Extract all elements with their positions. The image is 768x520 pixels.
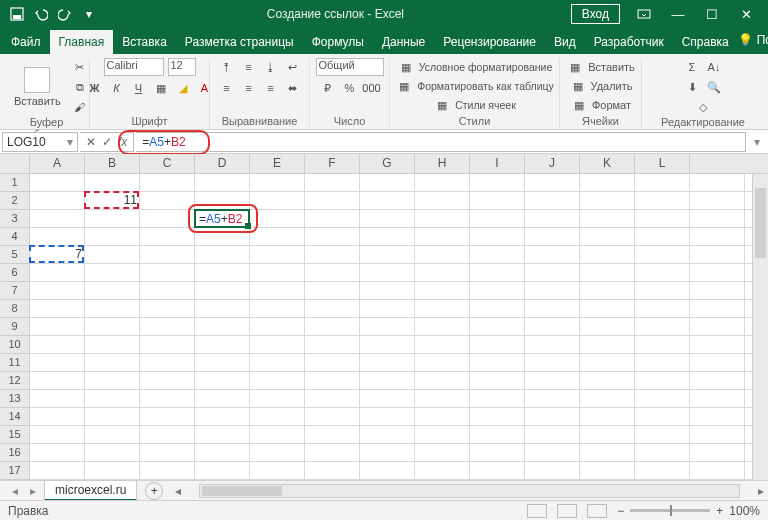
- tab-help[interactable]: Справка: [673, 30, 738, 54]
- ribbon-options-icon[interactable]: [628, 3, 660, 25]
- row-header-6[interactable]: 6: [0, 264, 29, 282]
- delete-cells-button[interactable]: ▦Удалить: [569, 77, 633, 95]
- clear-icon[interactable]: ◇: [694, 98, 712, 116]
- merge-icon[interactable]: ⬌: [284, 79, 302, 97]
- row-header-13[interactable]: 13: [0, 390, 29, 408]
- col-header-g[interactable]: G: [360, 154, 415, 173]
- tab-home[interactable]: Главная: [50, 30, 114, 54]
- col-header-c[interactable]: C: [140, 154, 195, 173]
- cell-styles-button[interactable]: ▦Стили ячеек: [433, 96, 516, 114]
- zoom-control[interactable]: − + 100%: [617, 504, 760, 518]
- font-name-select[interactable]: Calibri: [104, 58, 164, 76]
- vertical-scrollbar[interactable]: [752, 174, 768, 480]
- vsb-thumb[interactable]: [755, 188, 766, 258]
- tab-formulas[interactable]: Формулы: [303, 30, 373, 54]
- new-sheet-button[interactable]: +: [145, 482, 163, 500]
- italic-icon[interactable]: К: [108, 79, 126, 97]
- row-header-7[interactable]: 7: [0, 282, 29, 300]
- login-button[interactable]: Вход: [571, 4, 620, 24]
- zoom-slider[interactable]: [630, 509, 710, 512]
- row-header-5[interactable]: 5: [0, 246, 29, 264]
- row-header-12[interactable]: 12: [0, 372, 29, 390]
- fill-icon[interactable]: ⬇: [683, 78, 701, 96]
- align-left-icon[interactable]: ≡: [218, 79, 236, 97]
- tab-file[interactable]: Файл: [2, 30, 50, 54]
- row-header-2[interactable]: 2: [0, 192, 29, 210]
- col-header-a[interactable]: A: [30, 154, 85, 173]
- row-header-10[interactable]: 10: [0, 336, 29, 354]
- bold-icon[interactable]: Ж: [86, 79, 104, 97]
- active-cell-d3[interactable]: =A5+B2: [194, 209, 250, 228]
- row-header-3[interactable]: 3: [0, 210, 29, 228]
- row-header-15[interactable]: 15: [0, 426, 29, 444]
- redo-icon[interactable]: [54, 3, 76, 25]
- paste-button[interactable]: Вставить: [10, 65, 65, 109]
- fill-handle[interactable]: [245, 223, 251, 229]
- align-middle-icon[interactable]: ≡: [240, 58, 258, 76]
- insert-cells-button[interactable]: ▦Вставить: [566, 58, 635, 76]
- normal-view-icon[interactable]: [527, 504, 547, 518]
- zoom-level[interactable]: 100%: [729, 504, 760, 518]
- horizontal-scrollbar[interactable]: [199, 484, 740, 498]
- col-header-e[interactable]: E: [250, 154, 305, 173]
- sort-icon[interactable]: A↓: [705, 58, 723, 76]
- cell-area[interactable]: 7 11 =A5+B2: [30, 174, 768, 480]
- sheet-nav-prev-icon[interactable]: ◂: [8, 484, 22, 498]
- cut-icon[interactable]: ✂: [71, 58, 89, 76]
- col-header-i[interactable]: I: [470, 154, 525, 173]
- row-header-4[interactable]: 4: [0, 228, 29, 246]
- tell-me-button[interactable]: 💡Помощ...: [738, 33, 768, 47]
- tab-data[interactable]: Данные: [373, 30, 434, 54]
- row-header-9[interactable]: 9: [0, 318, 29, 336]
- align-center-icon[interactable]: ≡: [240, 79, 258, 97]
- currency-icon[interactable]: ₽: [319, 79, 337, 97]
- underline-icon[interactable]: Ч: [130, 79, 148, 97]
- hsb-left-icon[interactable]: ◂: [171, 484, 185, 498]
- save-icon[interactable]: [6, 3, 28, 25]
- align-top-icon[interactable]: ⭱: [218, 58, 236, 76]
- select-all-button[interactable]: [0, 154, 30, 173]
- tab-developer[interactable]: Разработчик: [585, 30, 673, 54]
- hsb-thumb[interactable]: [202, 486, 282, 496]
- row-header-11[interactable]: 11: [0, 354, 29, 372]
- tab-review[interactable]: Рецензирование: [434, 30, 545, 54]
- tab-view[interactable]: Вид: [545, 30, 585, 54]
- zoom-out-icon[interactable]: −: [617, 504, 624, 518]
- find-icon[interactable]: 🔍: [705, 78, 723, 96]
- name-box[interactable]: LOG10 ▾: [2, 132, 78, 152]
- row-header-16[interactable]: 16: [0, 444, 29, 462]
- percent-icon[interactable]: %: [341, 79, 359, 97]
- close-icon[interactable]: ✕: [730, 3, 762, 25]
- formula-input[interactable]: =A5+B2: [136, 132, 746, 152]
- expand-formula-icon[interactable]: ▾: [748, 135, 766, 149]
- fx-icon[interactable]: fx: [118, 135, 127, 149]
- col-header-k[interactable]: K: [580, 154, 635, 173]
- autosum-icon[interactable]: Σ: [683, 58, 701, 76]
- align-right-icon[interactable]: ≡: [262, 79, 280, 97]
- cancel-formula-icon[interactable]: ✕: [86, 135, 96, 149]
- tab-insert[interactable]: Вставка: [113, 30, 176, 54]
- zoom-in-icon[interactable]: +: [716, 504, 723, 518]
- col-header-b[interactable]: B: [85, 154, 140, 173]
- hsb-right-icon[interactable]: ▸: [754, 484, 768, 498]
- col-header-j[interactable]: J: [525, 154, 580, 173]
- format-cells-button[interactable]: ▦Формат: [570, 96, 631, 114]
- minimize-icon[interactable]: ―: [662, 3, 694, 25]
- col-header-f[interactable]: F: [305, 154, 360, 173]
- sheet-nav-next-icon[interactable]: ▸: [26, 484, 40, 498]
- undo-icon[interactable]: [30, 3, 52, 25]
- align-bottom-icon[interactable]: ⭳: [262, 58, 280, 76]
- row-header-1[interactable]: 1: [0, 174, 29, 192]
- number-format-select[interactable]: Общий: [316, 58, 384, 76]
- row-header-17[interactable]: 17: [0, 462, 29, 480]
- page-break-view-icon[interactable]: [587, 504, 607, 518]
- row-header-14[interactable]: 14: [0, 408, 29, 426]
- comma-icon[interactable]: 000: [363, 79, 381, 97]
- page-layout-view-icon[interactable]: [557, 504, 577, 518]
- maximize-icon[interactable]: ☐: [696, 3, 728, 25]
- col-header-h[interactable]: H: [415, 154, 470, 173]
- font-size-select[interactable]: 12: [168, 58, 196, 76]
- qa-more-icon[interactable]: ▾: [78, 3, 100, 25]
- tab-page-layout[interactable]: Разметка страницы: [176, 30, 303, 54]
- fill-color-icon[interactable]: ◢: [174, 79, 192, 97]
